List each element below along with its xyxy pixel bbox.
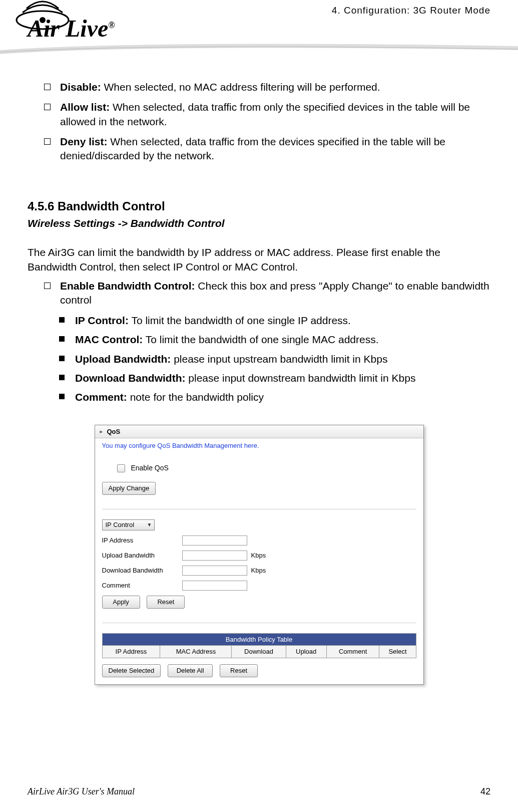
comment-input[interactable] — [182, 581, 247, 591]
qos-panel: QoS You may configure QoS Bandwidth Mana… — [95, 425, 424, 685]
page-footer: AirLive Air3G User's Manual 42 — [28, 786, 490, 797]
policy-table-caption: Bandwidth Policy Table — [102, 633, 416, 646]
list-item: Allow list: When selected, data traffic … — [60, 100, 490, 129]
section-breadcrumb: Wireless Settings -> Bandwidth Control — [28, 216, 490, 230]
upload-bw-input[interactable] — [182, 551, 247, 561]
col-ip-address: IP Address — [102, 646, 160, 658]
upload-bw-unit: Kbps — [251, 551, 266, 560]
enable-qos-label: Enable QoS — [131, 464, 169, 472]
list-item: IP Control: To limit the bandwidth of on… — [75, 314, 490, 328]
brand-logo: Air Live® — [13, 0, 143, 45]
select-value: IP Control — [106, 520, 135, 529]
page-header: 4. Configuration: 3G Router Mode Air Liv… — [28, 0, 490, 60]
reset-button[interactable]: Reset — [147, 596, 185, 609]
table-reset-button[interactable]: Reset — [220, 664, 258, 677]
list-item: Deny list: When selected, data traffic f… — [60, 135, 490, 163]
ip-address-input[interactable] — [182, 535, 247, 546]
divider — [102, 623, 416, 623]
upload-bw-label: Upload Bandwidth — [102, 551, 182, 560]
sub-list: IP Control: To limit the bandwidth of on… — [28, 314, 490, 405]
enable-qos-checkbox[interactable] — [117, 464, 125, 472]
section-heading: 4.5.6 Bandwidth Control — [28, 198, 490, 214]
mac-filter-list: Disable: When selected, no MAC address f… — [28, 80, 490, 163]
list-item: Comment: note for the bandwidth policy — [75, 390, 490, 404]
footer-manual-name: AirLive Air3G User's Manual — [28, 786, 135, 797]
delete-selected-button[interactable]: Delete Selected — [102, 664, 161, 677]
delete-all-button[interactable]: Delete All — [168, 664, 213, 677]
comment-label: Comment — [102, 581, 182, 590]
qos-note: You may configure QoS Bandwidth Manageme… — [102, 441, 416, 450]
download-bw-unit: Kbps — [251, 566, 266, 575]
bandwidth-policy-table: Bandwidth Policy Table IP Address MAC Ad… — [102, 633, 416, 658]
section-intro: The Air3G can limit the bandwidth by IP … — [28, 245, 490, 274]
list-item: Enable Bandwidth Control: Check this box… — [60, 279, 490, 308]
apply-change-button[interactable]: Apply Change — [102, 482, 156, 495]
apply-button[interactable]: Apply — [102, 596, 140, 609]
col-download: Download — [232, 646, 286, 658]
chevron-down-icon: ▼ — [147, 521, 152, 528]
list-item: Upload Bandwidth: please input upstream … — [75, 352, 490, 366]
col-upload: Upload — [286, 646, 326, 658]
list-item: Disable: When selected, no MAC address f… — [60, 80, 490, 94]
footer-page-number: 42 — [480, 786, 490, 797]
col-select: Select — [379, 646, 416, 658]
ip-address-label: IP Address — [102, 536, 182, 545]
list-item: Download Bandwidth: please input downstr… — [75, 371, 490, 385]
download-bw-input[interactable] — [182, 566, 247, 576]
control-type-select[interactable]: IP Control ▼ — [102, 519, 155, 530]
divider — [102, 509, 416, 509]
chapter-title: 4. Configuration: 3G Router Mode — [332, 5, 490, 16]
logo-reg-mark: ® — [108, 20, 115, 30]
logo-text: Air Live — [28, 15, 108, 42]
col-comment: Comment — [326, 646, 379, 658]
download-bw-label: Download Bandwidth — [102, 566, 182, 575]
col-mac-address: MAC Address — [160, 646, 232, 658]
document-body: Disable: When selected, no MAC address f… — [28, 80, 490, 685]
list-item: MAC Control: To limit the bandwidth of o… — [75, 333, 490, 347]
enable-list: Enable Bandwidth Control: Check this box… — [28, 279, 490, 308]
qos-title: QoS — [95, 425, 423, 439]
